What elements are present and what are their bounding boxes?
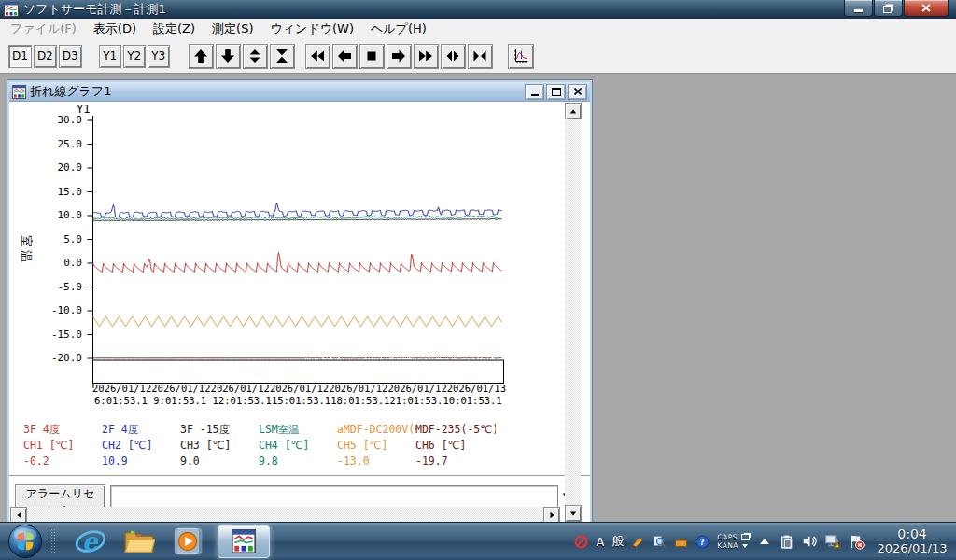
app-icon (4, 2, 19, 17)
compress-vertical-icon (274, 49, 289, 63)
menu-item[interactable]: 測定(S) (204, 19, 261, 39)
step-left-icon (337, 49, 352, 63)
restore-button[interactable] (874, 0, 903, 17)
x-tick-date: 2026/01/12 (151, 383, 210, 394)
menu-item[interactable]: 表示(D) (85, 19, 145, 39)
ime-input-mode-label[interactable]: A (596, 535, 604, 549)
toolbar-button-d2[interactable]: D2 (34, 45, 57, 68)
graph-close-button[interactable] (568, 84, 587, 100)
step-left-button[interactable] (332, 44, 358, 69)
ime-pad-icon[interactable] (631, 535, 645, 549)
y-tick-label: 10.0 (26, 209, 82, 221)
compress-vertical-button[interactable] (270, 44, 295, 69)
horizontal-scrollbar[interactable] (10, 507, 560, 522)
svg-text:?: ? (700, 538, 705, 547)
toolbar-button-y2[interactable]: Y2 (123, 45, 146, 68)
internet-explorer-button[interactable]: e (73, 523, 108, 560)
taskbar: e (0, 522, 956, 560)
y-tick-label: 20.0 (26, 161, 82, 174)
y-tick-label: -5.0 (26, 281, 82, 293)
graph-window[interactable]: 折れ線グラフ1 Y1 室温 30.025.020.015.010.05.00.0… (7, 80, 592, 526)
legend-channel-3: 3F -15度CH3 [℃]9.0 (180, 422, 260, 469)
action-center-flag-icon[interactable] (849, 534, 865, 550)
step-right-icon (391, 49, 406, 63)
toolbar-button-d3[interactable]: D3 (59, 45, 82, 68)
network-icon[interactable] (824, 534, 841, 549)
channel-unit-label: CH5 [℃] (337, 438, 417, 454)
x-tick-time: 21:01:53.1 (390, 395, 449, 406)
x-tick-time: 12:01:53.1 (213, 395, 272, 406)
scrollbar-left-button[interactable] (10, 507, 27, 522)
fast-rewind-button[interactable] (305, 44, 330, 69)
channel-unit-label: CH1 [℃] (23, 438, 104, 454)
graph-window-buttons (525, 84, 587, 100)
menu-item[interactable]: ヘルプ(H) (362, 19, 435, 39)
folder-icon (123, 527, 155, 555)
fast-forward-button[interactable] (414, 44, 439, 69)
media-player-button[interactable] (170, 523, 205, 560)
triangle-up-icon (570, 109, 576, 113)
toolbar-button-d1[interactable]: D1 (8, 45, 32, 68)
channel-value: 10.9 (102, 454, 182, 469)
channel-unit-label: CH6 [℃] (415, 438, 496, 454)
expand-horizontal-button[interactable] (441, 44, 466, 69)
taskbar-clock[interactable]: 0:04 2026/01/13 (872, 526, 952, 556)
scrollbar-up-button[interactable] (565, 103, 582, 119)
toolbar-button-y3[interactable]: Y3 (148, 45, 170, 68)
expand-vertical-button[interactable] (243, 44, 268, 69)
y-tick-label: 5.0 (26, 233, 82, 245)
scroll-down-button[interactable] (216, 44, 241, 69)
scroll-up-button[interactable] (189, 44, 214, 69)
start-button[interactable] (7, 524, 43, 559)
channel-name: 2F 4度 (102, 422, 182, 438)
minimize-icon (531, 94, 539, 96)
ime-conversion-mode-label[interactable]: 般 (612, 533, 624, 550)
graph-maximize-button[interactable] (546, 84, 566, 100)
fast-forward-icon (418, 49, 433, 63)
vertical-scrollbar[interactable] (565, 103, 581, 522)
menu-item[interactable]: ファイル(F) (2, 19, 85, 39)
horizontal-scrollbar-track[interactable] (27, 507, 543, 522)
minimize-icon (854, 9, 863, 12)
menu-item[interactable]: 設定(Z) (145, 19, 204, 39)
ime-dictionary-icon[interactable] (653, 535, 667, 549)
toolbar-button-y1[interactable]: Y1 (99, 45, 121, 68)
scrollbar-right-button[interactable] (543, 507, 560, 522)
graph-window-titlebar[interactable]: 折れ線グラフ1 (9, 82, 590, 102)
graph-client: Y1 室温 30.025.020.015.010.05.00.0-5.0-10.… (9, 102, 590, 522)
system-tray: A 般 ? CAPS KANA (574, 526, 956, 556)
toolbar: D1D2D3 Y1Y2Y3 (0, 39, 956, 74)
menu-item[interactable]: ウィンドウ(W) (261, 19, 362, 39)
x-tick-date: 2026/01/12 (270, 383, 329, 394)
ime-key-status[interactable]: CAPS KANA (717, 533, 750, 550)
graph-minimize-button[interactable] (525, 84, 544, 100)
minimize-button[interactable] (844, 0, 873, 17)
maximize-icon (552, 88, 561, 96)
series-line-ch6 (93, 357, 502, 358)
x-tick-time: 18:01:53.1 (330, 395, 389, 406)
line-graph-button[interactable] (508, 44, 534, 69)
fast-rewind-icon (310, 49, 325, 63)
stop-button[interactable] (359, 44, 385, 69)
scrollbar-down-button[interactable] (565, 505, 582, 522)
security-icon[interactable] (574, 535, 588, 549)
step-right-button[interactable] (387, 44, 412, 69)
restore-icon (883, 6, 892, 13)
close-button[interactable] (904, 0, 949, 17)
show-hidden-icons-button[interactable] (760, 539, 769, 544)
clock-time: 0:04 (872, 526, 952, 541)
softthermo-taskbar-button[interactable] (218, 525, 270, 558)
alarm-message-input[interactable] (110, 485, 558, 508)
x-tick-time: 9:01:53.1 (153, 395, 206, 406)
volume-icon[interactable] (802, 534, 817, 549)
ime-tools-icon[interactable] (674, 535, 688, 549)
vertical-scrollbar-track[interactable] (565, 119, 581, 505)
compress-horizontal-button[interactable] (468, 44, 493, 69)
alarm-reset-button[interactable]: アラームリセット (15, 484, 105, 509)
series-line-ch1 (93, 253, 502, 273)
windows-explorer-button[interactable] (121, 523, 157, 560)
help-icon[interactable]: ? (696, 535, 710, 549)
clipboard-icon[interactable] (780, 534, 794, 550)
legend-channel-5: aMDF-DC200V(+7CH5 [℃]-13.0 (337, 422, 417, 469)
series-line-ch5 (93, 316, 502, 327)
